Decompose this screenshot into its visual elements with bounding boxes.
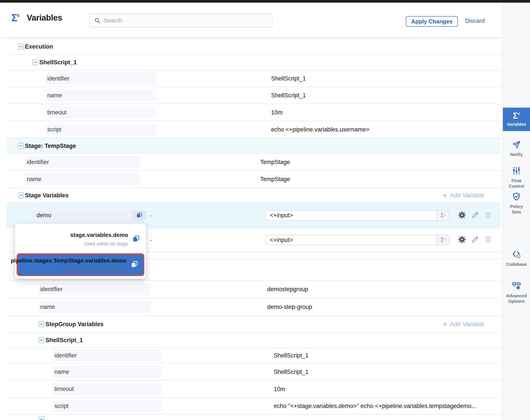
field-label: script: [47, 126, 61, 133]
field-label: name: [40, 304, 55, 310]
sigma-x-icon: Σx: [513, 112, 520, 120]
copy-icon: [136, 212, 143, 219]
tree-field-row: namedemo-step-group: [7, 298, 501, 316]
variable-value-text: <+input>: [266, 212, 436, 219]
apply-changes-button[interactable]: Apply Changes: [406, 16, 458, 27]
group-label: ShellScript_1: [39, 59, 77, 66]
field-value: echo "<+stage.variables.demo>" echo <+pi…: [274, 403, 476, 409]
page-title: Variables: [27, 13, 62, 23]
variable-value-input[interactable]: <+input>Σx: [265, 210, 450, 221]
discard-button[interactable]: Discard: [465, 17, 485, 24]
expression-path: pipeline.stages.TempStage.variables.demo: [11, 257, 127, 264]
search-input[interactable]: Search: [89, 14, 272, 28]
sidebar-item-flow-control[interactable]: FlowControl: [503, 166, 530, 189]
settings-button[interactable]: [457, 235, 467, 245]
copy-icon: [131, 260, 138, 269]
field-value: ShellScript_1: [274, 369, 309, 375]
field-label-chip: identifier: [25, 156, 141, 168]
field-label: identifier: [27, 159, 49, 165]
sigma-x-icon: Σx: [11, 13, 20, 23]
field-label: timeout: [47, 109, 67, 116]
field-label-chip: timeout: [45, 106, 156, 118]
group-label: StepGroup Variables: [45, 321, 104, 328]
pencil-icon: [471, 211, 479, 220]
plus-icon: +: [443, 192, 447, 199]
add-variable-button[interactable]: +Add Variable: [443, 320, 484, 328]
tree-field-row: identifierShellScript_1: [7, 348, 501, 363]
sidebar-item-policy-sets[interactable]: PolicySets: [503, 192, 530, 215]
field-label-chip: script: [45, 124, 156, 135]
copy-expression-button[interactable]: [132, 235, 140, 243]
group-label: Stage: TempStage: [25, 142, 76, 149]
collapse-toggle-icon[interactable]: [18, 192, 24, 198]
expression-type-button[interactable]: Σx: [436, 211, 449, 220]
collapse-toggle-icon[interactable]: [32, 60, 38, 65]
search-placeholder: Search: [104, 17, 122, 24]
tree-group-row: Execution: [7, 39, 501, 55]
field-value: TempStage: [260, 176, 290, 183]
edit-button[interactable]: [471, 235, 480, 245]
expression-path: stage.variables.demo: [70, 232, 128, 239]
tree-field-row: nameShellScript_1: [7, 363, 501, 381]
trash-icon: [484, 211, 492, 220]
sliders-icon: [512, 166, 521, 176]
field-label: name: [54, 369, 69, 375]
collapse-toggle-icon[interactable]: [39, 337, 44, 343]
variable-default-dash: -: [150, 237, 152, 243]
sidebar-item-codebase[interactable]: Codebase: [503, 250, 530, 267]
tree-field-row: identifierShellScript_1: [7, 70, 501, 87]
shield-check-icon: [512, 192, 521, 202]
tree-group-row: Stage: TempStage: [7, 138, 501, 154]
copy-variable-button[interactable]: [132, 210, 146, 221]
group-label: ShellScript_1: [45, 337, 83, 344]
variable-value-text: <+input>: [266, 237, 436, 243]
expression-option-stage-scope[interactable]: stage.variables.demoUsed within its stag…: [15, 226, 146, 252]
collapse-toggle-icon[interactable]: [39, 417, 44, 420]
expression-option-pipeline-scope[interactable]: pipeline.stages.TempStage.variables.demo…: [17, 253, 144, 276]
settings-button[interactable]: [457, 211, 467, 220]
collapse-toggle-icon[interactable]: [18, 44, 24, 49]
sidebar-item-advanced-options[interactable]: AdvancedOptions: [503, 281, 530, 304]
edit-button[interactable]: [471, 211, 480, 220]
variables-panel: Σx Variables Search Apply Changes Discar…: [0, 0, 530, 420]
delete-button[interactable]: [484, 211, 493, 220]
variable-expression-popup: stage.variables.demoUsed within its stag…: [15, 224, 146, 279]
copy-icon: [132, 235, 140, 243]
field-value: ShellScript_1: [271, 92, 306, 99]
copy-expression-button[interactable]: [130, 260, 139, 269]
field-label-chip: identifier: [39, 283, 151, 295]
code-warning-icon: [512, 250, 521, 260]
field-value: 10m: [271, 109, 283, 116]
sidebar-item-label: FlowControl: [509, 178, 524, 189]
sidebar-item-notify[interactable]: Notify: [503, 140, 530, 157]
panel-header: Σx Variables Search Apply Changes Discar…: [0, 3, 502, 38]
field-label-chip: identifier: [53, 350, 162, 361]
flow-gear-icon: [512, 281, 521, 291]
tree-field-row: timeout10m: [7, 104, 501, 121]
variable-name-field[interactable]: demo: [32, 210, 132, 221]
field-label-chip: name: [25, 173, 141, 185]
sidebar-item-variables[interactable]: ΣxVariables: [503, 108, 530, 131]
tree-group-row: Stage Variables+Add Variable: [7, 188, 501, 203]
tree-group-row: ShellScript_1: [7, 55, 501, 70]
field-label-chip: name: [39, 301, 151, 313]
field-label: identifier: [47, 75, 70, 82]
collapse-toggle-icon[interactable]: [39, 321, 44, 327]
delete-button[interactable]: [484, 235, 493, 245]
collapse-toggle-icon[interactable]: [18, 143, 24, 149]
right-sidebar: ΣxVariablesNotifyFlowControlPolicySetsCo…: [502, 3, 530, 420]
variable-value-input[interactable]: <+input>Σx: [265, 235, 450, 245]
field-label: identifier: [40, 286, 62, 293]
gear-icon: [458, 235, 466, 245]
add-variable-button[interactable]: +Add Variable: [443, 192, 484, 199]
variable-default-dash: -: [150, 212, 152, 219]
field-label: timeout: [54, 386, 74, 392]
expression-type-button[interactable]: Σx: [436, 235, 449, 245]
field-value: echo <+pipeline.variables.username>: [271, 126, 369, 133]
field-label: name: [27, 176, 42, 183]
expression-scope-hint: Used within its stage: [84, 241, 128, 247]
gear-icon: [458, 211, 466, 220]
tree-field-row: nameTempStage: [7, 171, 501, 188]
tree-field-row: identifierTempStage: [7, 154, 501, 171]
field-label: name: [47, 92, 62, 99]
